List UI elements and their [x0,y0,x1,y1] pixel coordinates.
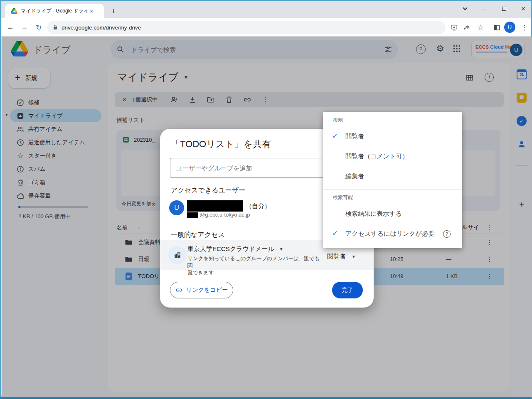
menu-divider [323,189,462,190]
role-caret-icon: ▼ [352,254,356,259]
browser-toolbar: ← → ↻ drive.google.com/drive/my-drive ☆ … [1,18,531,37]
side-panel-icon[interactable] [490,21,503,34]
done-button[interactable]: 完了 [332,282,363,298]
copy-link-button[interactable]: リンクをコピー [170,282,233,298]
share-icon[interactable] [461,21,473,34]
bookmark-star-icon[interactable]: ☆ [474,21,487,34]
tab-search-chevron-icon[interactable] [459,3,471,14]
scope-caret-icon: ▼ [279,247,283,251]
tab-strip: マイドライブ - Google ドライブ × + – × [1,1,531,18]
tab-title: マイドライブ - Google ドライブ [21,7,87,15]
general-access-heading: 一般的なアクセス [171,231,225,239]
owner-email-redacted [187,212,198,218]
url-text: drive.google.com/drive/my-drive [62,25,141,31]
lock-icon [52,25,58,30]
role-value: 閲覧者 [327,253,346,261]
check-icon: ✓ [332,132,338,140]
option-help-icon[interactable]: ? [443,230,451,238]
drive-favicon-icon [11,8,17,14]
dialog-title: 「TODOリスト」を共有 [171,138,271,150]
forward-icon[interactable]: → [18,21,31,34]
owner-self-label: （自分） [246,202,271,210]
link-icon [175,286,183,294]
owner-name-redacted [187,200,243,212]
window-minimize-button[interactable]: – [478,3,490,14]
new-tab-button[interactable]: + [108,6,119,17]
back-icon[interactable]: ← [4,21,17,34]
role-dropdown-button[interactable]: 閲覧者 ▼ [325,250,358,263]
window-maximize-button[interactable] [498,3,510,14]
menu-item-link-required[interactable]: ✓ アクセスするにはリンクが必要 ? [323,224,462,244]
group-description: リンクを知っているこのグループのメンバーは、誰でも閲覧できます [187,255,325,276]
role-menu: 役割 ✓ 閲覧者 閲覧者（コメント可） 編集者 検索可能 検索結果に表示する ✓… [323,112,462,248]
menu-item-editor[interactable]: 編集者 [323,167,462,187]
owner-email: @g.ecc.u-tokyo.ac.jp [200,212,250,218]
owner-avatar: U [169,200,184,215]
menu-section-searchable: 検索可能 [333,194,353,201]
menu-item-viewer[interactable]: ✓ 閲覧者 [323,127,462,147]
check-icon: ✓ [332,229,338,238]
group-name: 東京大学ECCSクラウドメール [187,245,274,253]
organization-building-icon[interactable] [168,246,187,264]
address-bar[interactable]: drive.google.com/drive/my-drive [47,21,446,34]
reload-icon[interactable]: ↻ [32,21,45,34]
browser-profile-avatar[interactable]: U [504,22,515,33]
browser-tab[interactable]: マイドライブ - Google ドライブ × [5,4,104,18]
group-scope-button[interactable]: 東京大学ECCSクラウドメール ▼ [187,245,283,253]
install-app-icon[interactable] [448,21,460,34]
menu-section-role: 役割 [333,117,343,124]
menu-item-show-in-search[interactable]: 検索結果に表示する [323,204,462,224]
browser-menu-icon[interactable]: ⋮ [518,21,531,34]
access-heading: アクセスできるユーザー [171,186,245,195]
menu-item-commenter[interactable]: 閲覧者（コメント可） [323,147,462,167]
browser-window: マイドライブ - Google ドライブ × + – × ← → ↻ drive… [0,0,532,399]
window-close-button[interactable]: × [517,3,530,14]
tab-close-icon[interactable]: × [87,7,96,15]
